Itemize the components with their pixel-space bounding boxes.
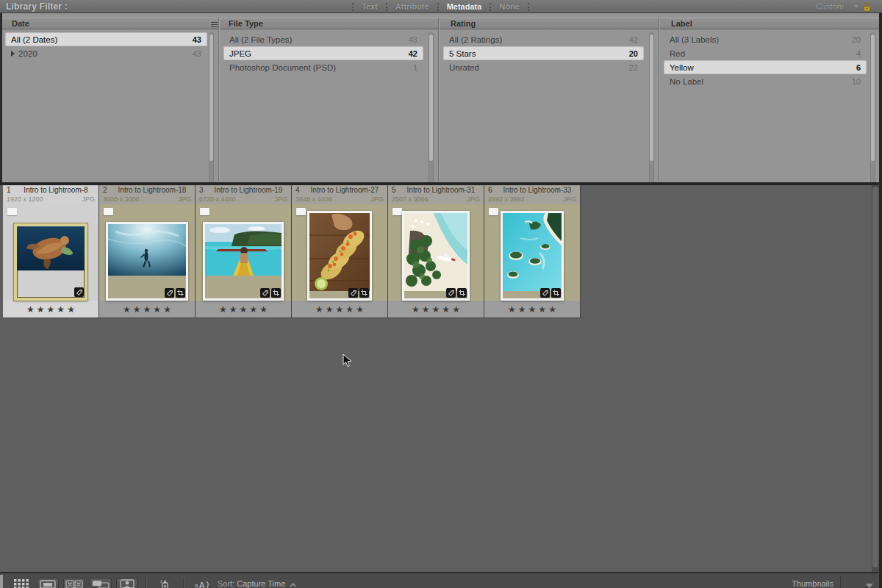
filter-row-all-labels[interactable]: All (3 Labels) 20 (664, 32, 867, 46)
cell-header: 1Intro to Lightroom-8 1920 x 1200JPG (3, 185, 98, 204)
tab-separator (352, 3, 354, 11)
pick-flag-icon[interactable] (7, 208, 17, 215)
cell-header: 4Intro to Lightroom-27 3648 x 4408JPG (292, 185, 387, 204)
star-rating[interactable]: ★★★★★ (506, 304, 559, 315)
filter-preset-dropdown[interactable]: Custom... (816, 2, 850, 11)
thumbnail-photo-tacos[interactable] (307, 211, 372, 301)
star-rating[interactable]: ★★★★★ (24, 304, 77, 315)
cell-header: 3Intro to Lightroom-19 6720 x 4480JPG (196, 185, 291, 204)
filter-row-red[interactable]: Red 4 (664, 46, 867, 60)
tab-metadata[interactable]: Metadata (440, 2, 490, 11)
pick-flag-icon[interactable] (489, 208, 498, 215)
crop-badge[interactable] (176, 288, 185, 298)
photo-cell-5[interactable]: 5Intro to Lightroom-31 2507 x 3066JPG (388, 185, 484, 318)
crop-badge[interactable] (359, 288, 369, 298)
cell-footer: ★★★★★ (388, 301, 484, 318)
filter-row-yellow[interactable]: Yellow 6 (664, 60, 867, 74)
star-rating[interactable]: ★★★★★ (409, 304, 462, 315)
grid-scrollbar[interactable] (872, 185, 879, 572)
filter-row-2020[interactable]: 2020 43 (5, 46, 207, 60)
thumbnails-slider-label: Thumbnails (792, 579, 833, 588)
file-type-rows: All (2 File Types) 43 JPEG 42 Photoshop … (223, 32, 423, 74)
pick-flag-icon[interactable] (296, 208, 306, 215)
filter-row-5-stars[interactable]: 5 Stars 20 (443, 46, 644, 60)
metadata-filter-panel: Date File Type Rating Label All (2 Dates… (0, 13, 882, 182)
keyword-badge[interactable] (348, 288, 358, 298)
expand-triangle-icon[interactable] (11, 51, 15, 57)
thumbnail-photo-diver[interactable] (106, 222, 188, 301)
loupe-view-icon[interactable] (37, 578, 59, 588)
tab-separator (386, 3, 387, 11)
filter-row-unrated[interactable]: Unrated 22 (443, 60, 644, 74)
grid-view-icon[interactable] (10, 578, 32, 588)
photo-cell-4[interactable]: 4Intro to Lightroom-27 3648 x 4408JPG (292, 185, 387, 318)
filter-row-all-dates[interactable]: All (2 Dates) 43 (5, 32, 207, 46)
keyword-badge[interactable] (165, 288, 174, 298)
sort-label: Sort: Capture Time (218, 579, 285, 588)
label-column-scrollbar[interactable] (870, 32, 875, 184)
column-header-file-type[interactable]: File Type (229, 19, 263, 28)
left-panel-edge[interactable] (0, 575, 3, 588)
column-menu-icon[interactable] (211, 22, 218, 27)
filter-tabs: Text Attribute Metadata None (351, 0, 530, 13)
cell-footer: ★★★★★ (292, 301, 387, 318)
column-divider (659, 18, 659, 182)
filter-row-jpeg[interactable]: JPEG 42 (223, 46, 423, 60)
lock-icon[interactable] (862, 2, 872, 12)
keyword-badge[interactable] (260, 288, 270, 298)
photo-cell-2[interactable]: 2Intro to Lightroom-18 4000 x 3000JPG (99, 185, 195, 318)
column-header-date[interactable]: Date (12, 19, 29, 28)
panel-reveal-triangle-icon[interactable] (866, 584, 873, 588)
filter-row-psd[interactable]: Photoshop Document (PSD) 1 (223, 60, 423, 74)
date-column-scrollbar[interactable] (209, 32, 214, 184)
rating-rows: All (2 Ratings) 42 5 Stars 20 Unrated 22 (443, 32, 644, 74)
pick-flag-icon[interactable] (392, 208, 402, 215)
star-rating[interactable]: ★★★★★ (313, 304, 366, 315)
pick-flag-icon[interactable] (200, 208, 209, 215)
crop-badge[interactable] (271, 288, 281, 298)
column-header-rating[interactable]: Rating (451, 19, 476, 28)
filter-row-all-ratings[interactable]: All (2 Ratings) 42 (443, 32, 644, 46)
cell-header: 5Intro to Lightroom-31 2507 x 3066JPG (388, 185, 484, 204)
rating-column-scrollbar[interactable] (649, 32, 654, 184)
cell-footer: ★★★★★ (196, 301, 291, 318)
label-rows: All (3 Labels) 20 Red 4 Yellow 6 No Labe… (664, 32, 867, 88)
thumbnail-photo-kayak[interactable] (203, 222, 284, 301)
compare-view-icon[interactable] (63, 578, 85, 588)
crop-badge[interactable] (551, 288, 561, 298)
right-panel-edge[interactable] (879, 13, 882, 588)
photo-cell-3[interactable]: 3Intro to Lightroom-19 6720 x 4480JPG (196, 185, 291, 318)
cell-footer: ★★★★★ (3, 301, 98, 318)
keyword-badge[interactable] (540, 288, 550, 298)
mouse-cursor (343, 354, 353, 368)
photo-cell-6[interactable]: 6Intro to Lightroom-33 2992 x 3992JPG (484, 185, 580, 318)
tab-separator (490, 3, 491, 11)
crop-badge[interactable] (457, 288, 467, 298)
sort-value[interactable]: Capture Time (237, 579, 285, 588)
keyword-badge[interactable] (446, 288, 456, 298)
survey-view-icon[interactable] (90, 578, 112, 588)
thumbnail-photo-lagoon[interactable] (501, 211, 564, 301)
tab-attribute[interactable]: Attribute (388, 2, 437, 11)
star-rating[interactable]: ★★★★★ (121, 304, 173, 315)
chevron-down-icon (854, 5, 858, 8)
sort-direction-icon[interactable]: a A (191, 578, 213, 588)
column-divider (218, 18, 219, 182)
filter-row-all-file-types[interactable]: All (2 File Types) 43 (223, 32, 423, 46)
filter-row-no-label[interactable]: No Label 10 (664, 74, 867, 88)
star-rating[interactable]: ★★★★★ (217, 304, 270, 315)
tab-none[interactable]: None (492, 2, 527, 11)
photo-cell-1[interactable]: 1Intro to Lightroom-8 1920 x 1200JPG (3, 185, 98, 318)
date-rows: All (2 Dates) 43 2020 43 (5, 32, 207, 60)
people-view-icon[interactable] (116, 578, 138, 588)
column-header-label[interactable]: Label (671, 19, 692, 28)
thumbnail-photo-turtle[interactable] (14, 223, 87, 301)
painter-spray-can-icon[interactable] (154, 578, 176, 588)
sort-order-caret-icon[interactable] (290, 582, 296, 588)
column-divider (438, 18, 439, 182)
keyword-badge[interactable] (74, 287, 84, 297)
thumbnail-photo-seaplane-beach[interactable] (402, 211, 470, 301)
tab-text[interactable]: Text (354, 2, 385, 11)
file-type-column-scrollbar[interactable] (429, 32, 434, 184)
pick-flag-icon[interactable] (104, 208, 113, 215)
